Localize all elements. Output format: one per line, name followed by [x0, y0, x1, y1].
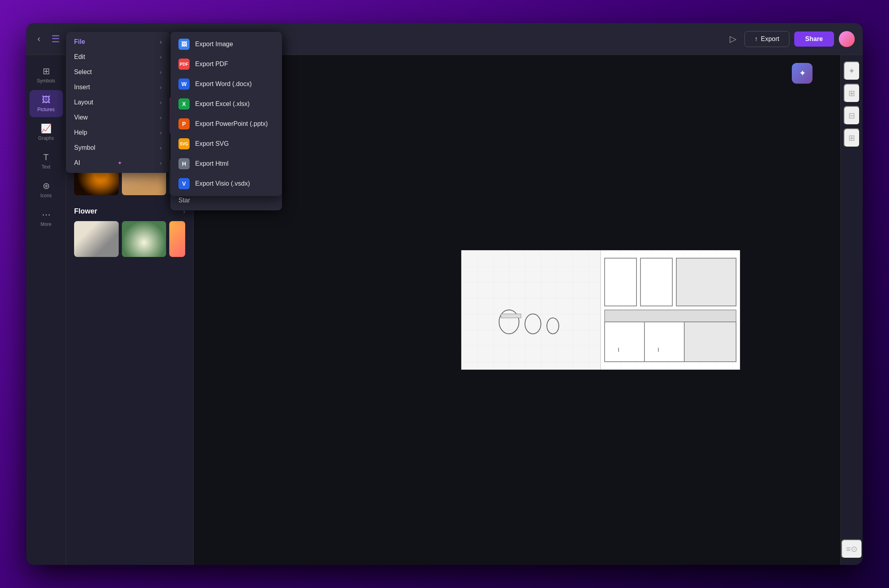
- svg-rect-1: [461, 250, 601, 370]
- menu-item-help[interactable]: Help ›: [66, 125, 170, 140]
- sidebar-item-graphs-label: Graphs: [38, 135, 54, 141]
- sidebar-item-text[interactable]: T Text: [29, 147, 63, 174]
- symbols-icon: ⊞: [43, 66, 50, 76]
- avatar: [839, 31, 855, 47]
- menu-item-edit[interactable]: Edit ›: [66, 49, 170, 65]
- export-excel-label: Export Excel (.xlsx): [195, 100, 250, 108]
- flower-title: Flower: [74, 207, 97, 216]
- export-visio[interactable]: V Export Visio (.vsdx): [170, 174, 282, 194]
- right-toolbar: ✦ ⊞ ⊟ ⊞ ≡⊙: [840, 55, 863, 565]
- svg-rect-5: [640, 258, 672, 306]
- menu-item-insert[interactable]: Insert ›: [66, 80, 170, 95]
- export-excel[interactable]: X Export Excel (.xlsx): [170, 94, 282, 114]
- sidebar-item-graphs[interactable]: 📈 Graphs: [29, 119, 63, 146]
- file-arrow: ›: [160, 39, 162, 45]
- export-ppt-label: Export PowerPoint (.pptx): [195, 120, 268, 127]
- export-pdf-icon: PDF: [178, 59, 190, 70]
- sidebar-item-symbols-label: Symbols: [37, 78, 55, 84]
- export-excel-icon: X: [178, 98, 190, 110]
- file-label: File: [74, 38, 85, 45]
- file-menu: File › Edit › Select › Insert › Layout ›…: [66, 32, 170, 173]
- export-html[interactable]: H Export Html: [170, 154, 282, 174]
- export-html-icon: H: [178, 158, 190, 169]
- export-ppt-icon: P: [178, 118, 190, 129]
- sidebar-item-more[interactable]: ⋯ More: [29, 205, 63, 232]
- export-image-label: Export Image: [195, 41, 233, 48]
- svg-rect-8: [605, 322, 644, 362]
- sidebar-item-more-label: More: [41, 221, 51, 227]
- export-ppt[interactable]: P Export PowerPoint (.pptx): [170, 114, 282, 134]
- ai-fab-button[interactable]: ✦: [792, 63, 813, 84]
- sidebar-item-text-label: Text: [41, 164, 50, 170]
- export-word-label: Export Word (.docx): [195, 80, 252, 88]
- svg-rect-4: [605, 258, 636, 306]
- svg-rect-14: [501, 314, 521, 318]
- sidebar-item-icons-label: Icons: [40, 193, 52, 198]
- svg-rect-7: [605, 310, 736, 322]
- sidebar-item-symbols[interactable]: ⊞ Symbols: [29, 61, 63, 88]
- right-tool-1[interactable]: ✦: [844, 61, 860, 80]
- export-visio-label: Export Visio (.vsdx): [195, 180, 250, 187]
- flower-images: [74, 221, 185, 257]
- hamburger-menu-button[interactable]: ☰: [48, 30, 63, 48]
- flower-header: Flower ›: [74, 207, 185, 216]
- flower-image-1[interactable]: [74, 221, 119, 257]
- export-word-icon: W: [178, 78, 190, 90]
- export-submenu: 🖼 Export Image PDF Export PDF W Export W…: [170, 32, 282, 196]
- pictures-icon: 🖼: [42, 95, 51, 105]
- flower-image-2[interactable]: [122, 221, 166, 257]
- sidebar-item-pictures[interactable]: 🖼 Pictures: [29, 90, 63, 117]
- right-tool-3[interactable]: ⊟: [844, 106, 860, 125]
- flower-image-3[interactable]: [169, 221, 185, 257]
- sidebar-item-icons[interactable]: ⊛ Icons: [29, 176, 63, 203]
- export-svg-label: Export SVG: [195, 140, 229, 147]
- right-tool-grid[interactable]: ⊞: [844, 128, 860, 147]
- sidebar-item-pictures-label: Pictures: [37, 107, 55, 112]
- canvas-drawing: [461, 250, 740, 370]
- canvas-area[interactable]: ✦: [194, 55, 840, 565]
- export-word[interactable]: W Export Word (.docx): [170, 74, 282, 94]
- text-icon: T: [43, 152, 49, 163]
- export-svg[interactable]: SVG Export SVG: [170, 134, 282, 154]
- export-image-icon: 🖼: [178, 39, 190, 50]
- menu-item-ai[interactable]: AI ✦ ›: [66, 155, 170, 171]
- menu-item-symbol[interactable]: Symbol ›: [66, 140, 170, 155]
- svg-rect-9: [644, 322, 684, 362]
- svg-rect-6: [676, 258, 736, 306]
- export-visio-icon: V: [178, 178, 190, 189]
- export-pdf[interactable]: PDF Export PDF: [170, 54, 282, 74]
- more-icon: ⋯: [42, 210, 51, 220]
- play-button[interactable]: ▷: [726, 31, 740, 47]
- app-window: ‹ ☰ ▭ Untitled file407 ☆ ▷ ↑ Export Shar…: [26, 23, 863, 565]
- icon-sidebar: ⊞ Symbols 🖼 Pictures 📈 Graphs T Text ⊛ I…: [26, 55, 66, 565]
- export-icon: ↑: [754, 35, 758, 43]
- export-html-label: Export Html: [195, 160, 229, 167]
- menu-item-view[interactable]: View ›: [66, 110, 170, 125]
- graphs-icon: 📈: [41, 123, 51, 134]
- menu-item-select[interactable]: Select ›: [66, 65, 170, 80]
- export-button[interactable]: ↑ Export: [744, 31, 789, 47]
- share-button[interactable]: Share: [794, 31, 834, 47]
- right-tool-settings[interactable]: ≡⊙: [841, 539, 862, 559]
- right-tool-2[interactable]: ⊞: [844, 84, 860, 103]
- canvas-svg: [461, 250, 740, 370]
- export-pdf-label: Export PDF: [195, 61, 228, 68]
- svg-rect-10: [684, 322, 736, 362]
- export-image[interactable]: 🖼 Export Image: [170, 34, 282, 54]
- back-button[interactable]: ‹: [34, 31, 43, 47]
- icons-icon: ⊛: [43, 181, 50, 191]
- menu-item-layout[interactable]: Layout ›: [66, 95, 170, 110]
- export-svg-icon: SVG: [178, 138, 190, 149]
- menu-item-file[interactable]: File ›: [66, 34, 170, 49]
